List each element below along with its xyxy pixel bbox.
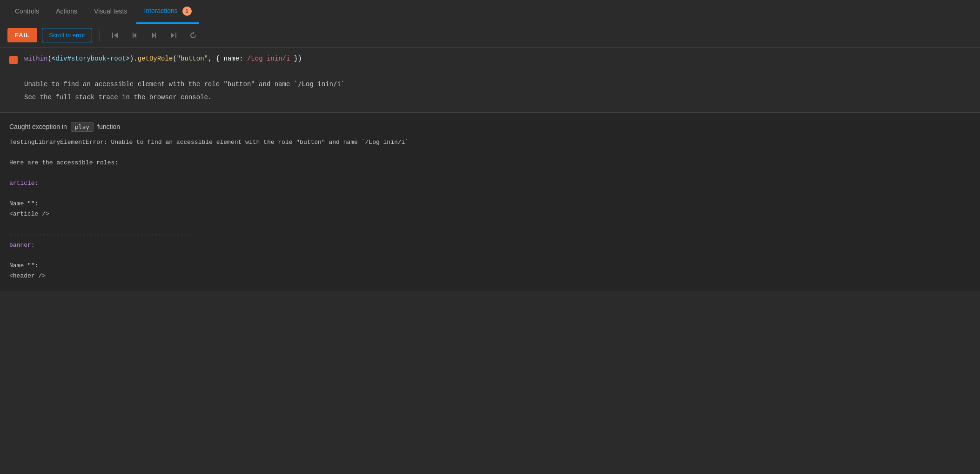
replay-button[interactable]: [186, 29, 201, 42]
exception-role1-element: <article />: [9, 209, 971, 219]
exception-role2-element: <header />: [9, 271, 971, 281]
code-arg2: /Log inin/i: [247, 55, 290, 62]
role1-label: article:: [9, 180, 38, 187]
step-back-button[interactable]: [127, 29, 142, 42]
error-detail: Unable to find an accessible element wit…: [0, 72, 980, 112]
skip-end-icon: [170, 32, 177, 39]
step-back-icon: [131, 32, 138, 39]
step-row: within(<div#storybook-root>).getByRole("…: [0, 47, 980, 72]
exception-role1-name: article:: [9, 178, 971, 189]
exception-body: TestingLibraryElementError: Unable to fi…: [9, 137, 971, 281]
code-method: getByRole: [138, 55, 173, 62]
top-nav: Controls Actions Visual tests Interactio…: [0, 0, 980, 23]
skip-to-end-button[interactable]: [166, 29, 181, 42]
tab-visual-tests[interactable]: Visual tests: [87, 1, 134, 23]
exception-title-suffix: function: [97, 123, 120, 130]
interactions-badge: 1: [182, 7, 192, 16]
exception-role2-name-label: Name "":: [9, 261, 971, 271]
skip-start-icon: [111, 32, 119, 39]
step-fail-indicator: [9, 56, 18, 64]
tab-controls[interactable]: Controls: [7, 1, 47, 23]
code-within: within: [24, 55, 47, 62]
exception-role2-name: banner:: [9, 240, 971, 251]
error-line-1: Unable to find an accessible element wit…: [24, 79, 971, 89]
toolbar: FAIL Scroll to error: [0, 23, 980, 47]
exception-error-text: TestingLibraryElementError: Unable to fi…: [9, 137, 971, 148]
step-forward-button[interactable]: [147, 29, 161, 42]
play-keyword-badge: play: [71, 122, 94, 132]
role2-label: banner:: [9, 242, 35, 249]
code-arg1: "button": [177, 55, 208, 62]
tab-actions[interactable]: Actions: [48, 1, 85, 23]
main-content: within(<div#storybook-root>).getByRole("…: [0, 47, 980, 291]
exception-roles-intro: Here are the accessible roles:: [9, 158, 971, 168]
step-code: within(<div#storybook-root>).getByRole("…: [24, 55, 302, 62]
error-line-2: See the full stack trace in the browser …: [24, 92, 971, 102]
exception-title-prefix: Caught exception in: [9, 123, 67, 130]
exception-role1-name-label: Name "":: [9, 199, 971, 209]
tab-interactions[interactable]: Interactions 1: [136, 0, 199, 24]
skip-to-start-button[interactable]: [107, 29, 122, 42]
exception-block: Caught exception in play function Testin…: [0, 113, 980, 291]
replay-icon: [189, 32, 197, 39]
exception-separator: ----------------------------------------…: [9, 230, 971, 240]
step-forward-icon: [150, 32, 158, 39]
scroll-to-error-button[interactable]: Scroll to error: [42, 28, 92, 42]
toolbar-divider: [100, 29, 100, 42]
exception-title: Caught exception in play function: [9, 122, 971, 132]
fail-badge: FAIL: [7, 28, 37, 42]
code-selector: div#storybook-root: [55, 55, 126, 62]
